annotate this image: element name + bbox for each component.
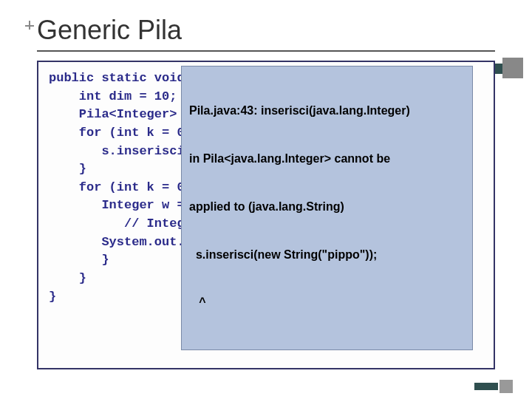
error-line: s.inserisci(new String("pippo")); xyxy=(189,247,465,263)
code-line: } xyxy=(49,253,109,267)
title-area: Generic Pila xyxy=(37,15,495,52)
error-line: Pila.java:43: inserisci(java.lang.Intege… xyxy=(189,103,465,119)
code-line: int dim = 10; xyxy=(49,89,177,103)
compiler-error-callout: Pila.java:43: inserisci(java.lang.Intege… xyxy=(181,66,473,350)
code-block: public static void main(String args[]) {… xyxy=(37,61,495,369)
error-line: ^ xyxy=(189,294,465,310)
error-line: in Pila<java.lang.Integer> cannot be xyxy=(189,151,465,167)
error-line: applied to (java.lang.String) xyxy=(189,199,465,215)
code-line: } xyxy=(49,290,56,304)
corner-decor-icon xyxy=(474,377,519,390)
slide-title: Generic Pila xyxy=(37,15,495,50)
title-underline xyxy=(37,50,495,52)
code-line: } xyxy=(49,162,86,176)
slide: Generic Pila public static void main(Str… xyxy=(0,0,532,399)
title-marker-icon xyxy=(24,21,35,33)
code-line: } xyxy=(49,271,86,285)
